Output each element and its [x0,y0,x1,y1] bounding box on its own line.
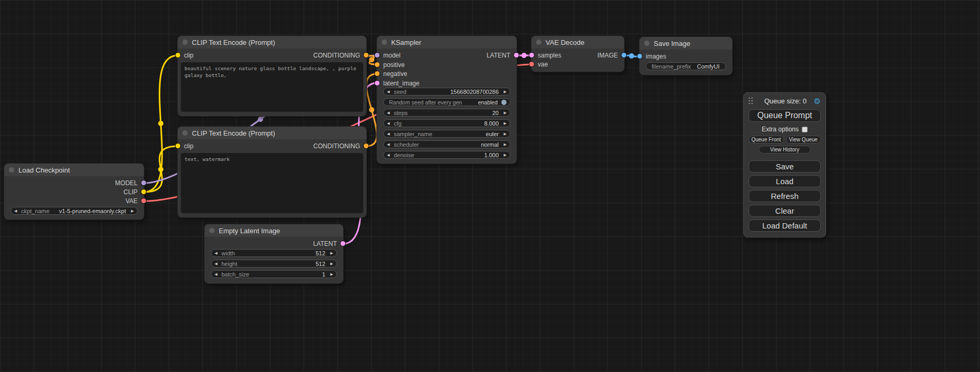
node-title-bar[interactable]: Empty Latent Image [205,224,343,237]
decrement-arrow-icon[interactable]: ◀ [387,142,392,146]
clear-button[interactable]: Clear [749,205,821,217]
output-port-latent[interactable]: LATENT [313,239,343,248]
input-port-clip[interactable]: clip [178,141,193,150]
height-widget[interactable]: ◀ height 512 ▶ [211,260,337,268]
input-port-clip[interactable]: clip [178,51,193,60]
increment-arrow-icon[interactable]: ▶ [501,132,507,136]
port-dot-clip[interactable] [141,189,146,194]
node-title-bar[interactable]: Save Image [639,37,732,50]
decrement-arrow-icon[interactable]: ◀ [215,262,220,265]
node-title-bar[interactable]: Load Checkpoint [4,164,144,176]
node-clip-text-encode-positive[interactable]: CLIP Text Encode (Prompt) clip CONDITION… [178,36,366,116]
port-dot-latent-image[interactable] [375,81,380,85]
increment-arrow-icon[interactable]: ▶ [501,142,507,146]
increment-arrow-icon[interactable]: ▶ [129,209,134,213]
settings-gear-icon[interactable]: ⚙ [814,97,821,105]
port-dot-latent[interactable] [341,241,345,246]
port-dot-model[interactable] [375,53,380,58]
node-clip-text-encode-negative[interactable]: CLIP Text Encode (Prompt) clip CONDITION… [178,127,366,217]
width-widget[interactable]: ◀ width 512 ▶ [211,249,337,257]
collapse-dot-icon[interactable] [382,40,387,45]
port-dot-vae[interactable] [529,62,534,66]
port-dot-clip[interactable] [176,144,180,148]
refresh-button[interactable]: Refresh [749,190,821,202]
collapse-dot-icon[interactable] [644,41,649,46]
scheduler-widget[interactable]: ◀ scheduler normal ▶ [383,140,510,148]
port-dot-conditioning[interactable] [364,53,368,58]
node-empty-latent-image[interactable]: Empty Latent Image LATENT ◀ width 512 ▶ … [205,224,343,283]
denoise-widget[interactable]: ◀ denoise 1.000 ▶ [383,151,510,159]
port-dot-model[interactable] [141,180,146,185]
decrement-arrow-icon[interactable]: ◀ [387,153,392,157]
decrement-arrow-icon[interactable]: ◀ [215,272,220,276]
increment-arrow-icon[interactable]: ▶ [328,251,333,255]
port-dot-positive[interactable] [375,62,380,67]
increment-arrow-icon[interactable]: ▶ [501,153,507,157]
output-port-model[interactable]: MODEL [115,178,144,187]
decrement-arrow-icon[interactable]: ◀ [387,90,392,93]
input-port-latent-image[interactable]: latent_image [377,79,420,88]
collapse-dot-icon[interactable] [536,40,541,45]
output-port-clip[interactable]: CLIP [123,187,144,196]
steps-widget[interactable]: ◀ steps 20 ▶ [383,109,510,117]
sampler-name-widget[interactable]: ◀ sampler_name euler ▶ [383,130,510,138]
input-port-samples[interactable]: samples [531,51,561,60]
node-ksampler[interactable]: KSampler model positive negative latent_… [377,36,517,164]
input-port-positive[interactable]: positive [377,60,405,69]
drag-handle-icon[interactable] [749,98,753,104]
decrement-arrow-icon[interactable]: ◀ [387,111,392,115]
view-queue-button[interactable]: View Queue [786,136,821,144]
input-port-vae[interactable]: vae [531,60,548,69]
port-dot-clip[interactable] [176,53,180,58]
node-save-image[interactable]: Save Image images filename_prefix ComfyU… [639,37,732,75]
cfg-widget[interactable]: ◀ cfg 8.000 ▶ [383,119,510,127]
output-port-conditioning[interactable]: CONDITIONING [313,51,366,60]
port-dot-images[interactable] [637,54,642,59]
increment-arrow-icon[interactable]: ▶ [328,272,333,276]
output-port-conditioning[interactable]: CONDITIONING [313,141,366,150]
load-button[interactable]: Load [749,175,821,187]
filename-prefix-widget[interactable]: filename_prefix ComfyUI [646,62,726,70]
input-port-model[interactable]: model [377,51,401,60]
output-port-latent[interactable]: LATENT [487,51,517,60]
load-default-button[interactable]: Load Default [749,220,821,232]
node-title-bar[interactable]: CLIP Text Encode (Prompt) [178,36,366,49]
output-port-vae[interactable]: VAE [125,196,144,205]
increment-arrow-icon[interactable]: ▶ [501,90,507,93]
port-dot-samples[interactable] [529,53,534,58]
input-port-negative[interactable]: negative [377,69,407,78]
collapse-dot-icon[interactable] [182,40,188,45]
decrement-arrow-icon[interactable]: ◀ [14,209,20,213]
queue-prompt-button[interactable]: Queue Prompt [749,109,821,122]
save-button[interactable]: Save [749,160,821,173]
decrement-arrow-icon[interactable]: ◀ [215,251,220,255]
output-port-image[interactable]: IMAGE [597,51,624,60]
node-title-bar[interactable]: CLIP Text Encode (Prompt) [178,127,366,139]
seed-widget[interactable]: ◀ seed 156680208700286 ▶ [383,88,510,96]
ckpt-name-widget[interactable]: ◀ ckpt_name v1-5-pruned-emaonly.ckpt ▶ [11,207,138,215]
port-dot-negative[interactable] [375,71,380,76]
node-load-checkpoint[interactable]: Load Checkpoint MODEL CLIP VAE ◀ ckpt_na… [4,164,144,220]
port-dot-vae[interactable] [141,198,146,203]
prompt-textarea[interactable]: text, watermark [181,153,363,213]
port-dot-latent[interactable] [514,53,519,58]
node-title-bar[interactable]: KSampler [377,36,517,49]
port-dot-conditioning[interactable] [364,144,368,148]
collapse-dot-icon[interactable] [182,130,188,136]
extra-options-checkbox[interactable] [802,127,808,132]
view-history-button[interactable]: View History [759,146,811,154]
queue-front-button[interactable]: Queue Front [749,136,784,144]
port-dot-image[interactable] [622,53,626,58]
collapse-dot-icon[interactable] [9,167,14,173]
node-vae-decode[interactable]: VAE Decode samples vae IMAGE [531,36,624,72]
random-seed-toggle-widget[interactable]: Random seed after every gen enabled [383,98,510,106]
prompt-textarea[interactable]: beautiful scenery nature glass bottle la… [181,62,363,112]
batch-size-widget[interactable]: ◀ batch_size 1 ▶ [211,270,337,278]
collapse-dot-icon[interactable] [209,228,215,233]
input-port-images[interactable]: images [639,52,666,61]
decrement-arrow-icon[interactable]: ◀ [387,121,392,125]
node-title-bar[interactable]: VAE Decode [531,36,624,49]
toggle-knob-icon[interactable] [501,100,507,105]
increment-arrow-icon[interactable]: ▶ [328,262,333,265]
decrement-arrow-icon[interactable]: ◀ [387,132,392,136]
